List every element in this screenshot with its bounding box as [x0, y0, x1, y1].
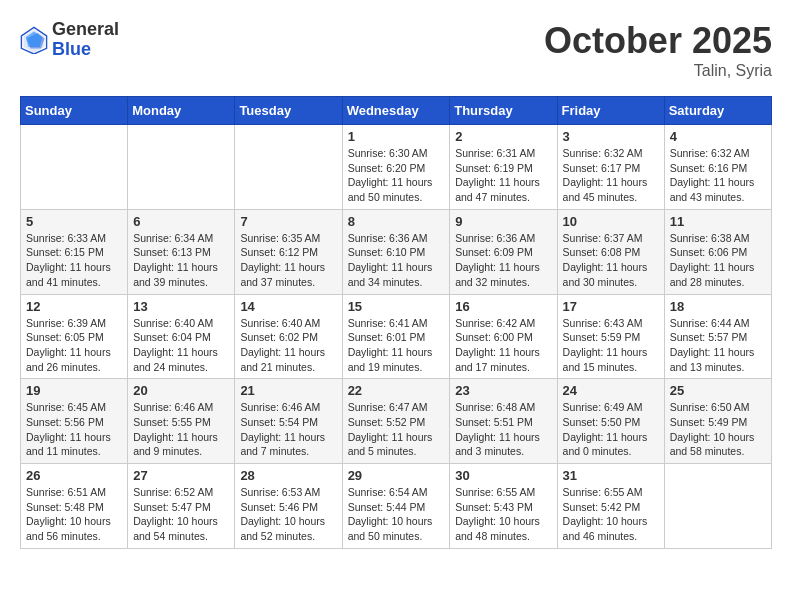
day-number: 6: [133, 214, 229, 229]
calendar-cell: 25Sunrise: 6:50 AMSunset: 5:49 PMDayligh…: [664, 379, 771, 464]
calendar-cell: 6Sunrise: 6:34 AMSunset: 6:13 PMDaylight…: [128, 209, 235, 294]
day-info: Sunrise: 6:35 AMSunset: 6:12 PMDaylight:…: [240, 231, 336, 290]
weekday-header: Friday: [557, 97, 664, 125]
day-info: Sunrise: 6:33 AMSunset: 6:15 PMDaylight:…: [26, 231, 122, 290]
calendar-cell: [235, 125, 342, 210]
day-info: Sunrise: 6:54 AMSunset: 5:44 PMDaylight:…: [348, 485, 445, 544]
day-info: Sunrise: 6:39 AMSunset: 6:05 PMDaylight:…: [26, 316, 122, 375]
day-number: 15: [348, 299, 445, 314]
calendar-cell: 19Sunrise: 6:45 AMSunset: 5:56 PMDayligh…: [21, 379, 128, 464]
calendar-cell: 27Sunrise: 6:52 AMSunset: 5:47 PMDayligh…: [128, 464, 235, 549]
calendar-cell: 5Sunrise: 6:33 AMSunset: 6:15 PMDaylight…: [21, 209, 128, 294]
day-info: Sunrise: 6:48 AMSunset: 5:51 PMDaylight:…: [455, 400, 551, 459]
day-number: 11: [670, 214, 766, 229]
calendar-cell: 11Sunrise: 6:38 AMSunset: 6:06 PMDayligh…: [664, 209, 771, 294]
calendar-cell: 8Sunrise: 6:36 AMSunset: 6:10 PMDaylight…: [342, 209, 450, 294]
day-number: 12: [26, 299, 122, 314]
day-number: 14: [240, 299, 336, 314]
month-title: October 2025: [544, 20, 772, 62]
calendar-cell: 12Sunrise: 6:39 AMSunset: 6:05 PMDayligh…: [21, 294, 128, 379]
calendar-week-row: 12Sunrise: 6:39 AMSunset: 6:05 PMDayligh…: [21, 294, 772, 379]
calendar-cell: 21Sunrise: 6:46 AMSunset: 5:54 PMDayligh…: [235, 379, 342, 464]
day-number: 23: [455, 383, 551, 398]
day-info: Sunrise: 6:36 AMSunset: 6:09 PMDaylight:…: [455, 231, 551, 290]
day-info: Sunrise: 6:45 AMSunset: 5:56 PMDaylight:…: [26, 400, 122, 459]
calendar-cell: 10Sunrise: 6:37 AMSunset: 6:08 PMDayligh…: [557, 209, 664, 294]
day-number: 30: [455, 468, 551, 483]
day-number: 18: [670, 299, 766, 314]
calendar-cell: 16Sunrise: 6:42 AMSunset: 6:00 PMDayligh…: [450, 294, 557, 379]
calendar-cell: 30Sunrise: 6:55 AMSunset: 5:43 PMDayligh…: [450, 464, 557, 549]
calendar-cell: 24Sunrise: 6:49 AMSunset: 5:50 PMDayligh…: [557, 379, 664, 464]
calendar-cell: 31Sunrise: 6:55 AMSunset: 5:42 PMDayligh…: [557, 464, 664, 549]
calendar-cell: 28Sunrise: 6:53 AMSunset: 5:46 PMDayligh…: [235, 464, 342, 549]
day-number: 10: [563, 214, 659, 229]
calendar-cell: 1Sunrise: 6:30 AMSunset: 6:20 PMDaylight…: [342, 125, 450, 210]
logo-icon: [20, 26, 48, 54]
day-info: Sunrise: 6:55 AMSunset: 5:42 PMDaylight:…: [563, 485, 659, 544]
day-number: 26: [26, 468, 122, 483]
calendar-cell: 2Sunrise: 6:31 AMSunset: 6:19 PMDaylight…: [450, 125, 557, 210]
day-info: Sunrise: 6:50 AMSunset: 5:49 PMDaylight:…: [670, 400, 766, 459]
day-info: Sunrise: 6:46 AMSunset: 5:54 PMDaylight:…: [240, 400, 336, 459]
day-number: 13: [133, 299, 229, 314]
day-info: Sunrise: 6:36 AMSunset: 6:10 PMDaylight:…: [348, 231, 445, 290]
calendar-week-row: 1Sunrise: 6:30 AMSunset: 6:20 PMDaylight…: [21, 125, 772, 210]
calendar-cell: 4Sunrise: 6:32 AMSunset: 6:16 PMDaylight…: [664, 125, 771, 210]
calendar-cell: 20Sunrise: 6:46 AMSunset: 5:55 PMDayligh…: [128, 379, 235, 464]
calendar-cell: 9Sunrise: 6:36 AMSunset: 6:09 PMDaylight…: [450, 209, 557, 294]
day-info: Sunrise: 6:52 AMSunset: 5:47 PMDaylight:…: [133, 485, 229, 544]
day-number: 9: [455, 214, 551, 229]
day-info: Sunrise: 6:34 AMSunset: 6:13 PMDaylight:…: [133, 231, 229, 290]
calendar-cell: 17Sunrise: 6:43 AMSunset: 5:59 PMDayligh…: [557, 294, 664, 379]
logo-blue: Blue: [52, 40, 119, 60]
calendar-week-row: 5Sunrise: 6:33 AMSunset: 6:15 PMDaylight…: [21, 209, 772, 294]
calendar-cell: 18Sunrise: 6:44 AMSunset: 5:57 PMDayligh…: [664, 294, 771, 379]
day-number: 5: [26, 214, 122, 229]
day-number: 22: [348, 383, 445, 398]
calendar-week-row: 26Sunrise: 6:51 AMSunset: 5:48 PMDayligh…: [21, 464, 772, 549]
calendar-cell: 3Sunrise: 6:32 AMSunset: 6:17 PMDaylight…: [557, 125, 664, 210]
day-info: Sunrise: 6:30 AMSunset: 6:20 PMDaylight:…: [348, 146, 445, 205]
calendar-week-row: 19Sunrise: 6:45 AMSunset: 5:56 PMDayligh…: [21, 379, 772, 464]
day-info: Sunrise: 6:51 AMSunset: 5:48 PMDaylight:…: [26, 485, 122, 544]
day-info: Sunrise: 6:37 AMSunset: 6:08 PMDaylight:…: [563, 231, 659, 290]
header: General Blue October 2025 Talin, Syria: [20, 20, 772, 80]
day-number: 16: [455, 299, 551, 314]
day-info: Sunrise: 6:44 AMSunset: 5:57 PMDaylight:…: [670, 316, 766, 375]
day-info: Sunrise: 6:41 AMSunset: 6:01 PMDaylight:…: [348, 316, 445, 375]
weekday-header: Monday: [128, 97, 235, 125]
location: Talin, Syria: [544, 62, 772, 80]
day-info: Sunrise: 6:49 AMSunset: 5:50 PMDaylight:…: [563, 400, 659, 459]
day-number: 19: [26, 383, 122, 398]
calendar-cell: 15Sunrise: 6:41 AMSunset: 6:01 PMDayligh…: [342, 294, 450, 379]
weekday-header-row: SundayMondayTuesdayWednesdayThursdayFrid…: [21, 97, 772, 125]
day-number: 3: [563, 129, 659, 144]
logo-text: General Blue: [52, 20, 119, 60]
day-number: 27: [133, 468, 229, 483]
page: General Blue October 2025 Talin, Syria S…: [0, 0, 792, 559]
day-info: Sunrise: 6:31 AMSunset: 6:19 PMDaylight:…: [455, 146, 551, 205]
day-number: 21: [240, 383, 336, 398]
day-number: 28: [240, 468, 336, 483]
day-info: Sunrise: 6:40 AMSunset: 6:02 PMDaylight:…: [240, 316, 336, 375]
calendar-cell: [664, 464, 771, 549]
day-info: Sunrise: 6:42 AMSunset: 6:00 PMDaylight:…: [455, 316, 551, 375]
weekday-header: Sunday: [21, 97, 128, 125]
calendar-cell: [21, 125, 128, 210]
calendar-cell: 14Sunrise: 6:40 AMSunset: 6:02 PMDayligh…: [235, 294, 342, 379]
day-number: 25: [670, 383, 766, 398]
day-info: Sunrise: 6:53 AMSunset: 5:46 PMDaylight:…: [240, 485, 336, 544]
day-number: 2: [455, 129, 551, 144]
day-number: 7: [240, 214, 336, 229]
day-info: Sunrise: 6:55 AMSunset: 5:43 PMDaylight:…: [455, 485, 551, 544]
day-number: 8: [348, 214, 445, 229]
logo-general: General: [52, 20, 119, 40]
title-block: October 2025 Talin, Syria: [544, 20, 772, 80]
weekday-header: Wednesday: [342, 97, 450, 125]
day-info: Sunrise: 6:40 AMSunset: 6:04 PMDaylight:…: [133, 316, 229, 375]
day-info: Sunrise: 6:43 AMSunset: 5:59 PMDaylight:…: [563, 316, 659, 375]
weekday-header: Tuesday: [235, 97, 342, 125]
day-number: 17: [563, 299, 659, 314]
logo: General Blue: [20, 20, 119, 60]
